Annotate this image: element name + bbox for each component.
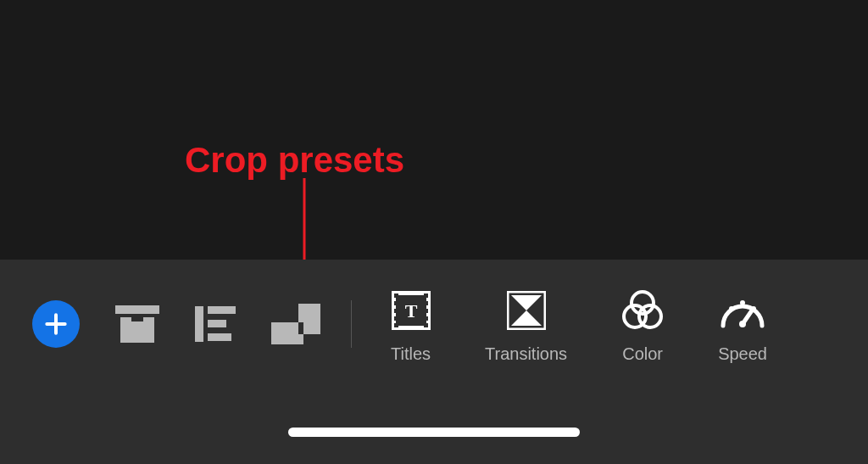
- plus-icon: [42, 310, 70, 338]
- svg-rect-18: [394, 323, 398, 327]
- titles-label: Titles: [391, 344, 431, 364]
- titles-button[interactable]: T Titles: [391, 290, 431, 364]
- svg-rect-17: [394, 316, 398, 321]
- add-button[interactable]: [32, 300, 80, 348]
- home-indicator[interactable]: [288, 428, 580, 437]
- svg-marker-27: [511, 310, 542, 326]
- speed-icon: [720, 292, 765, 329]
- transitions-button[interactable]: Transitions: [485, 290, 567, 364]
- svg-rect-5: [195, 306, 203, 342]
- svg-rect-6: [208, 306, 236, 314]
- timeline-button[interactable]: [195, 306, 236, 342]
- color-label: Color: [622, 344, 663, 364]
- timeline-icon: [195, 306, 236, 342]
- speed-label: Speed: [718, 344, 767, 364]
- svg-point-35: [739, 321, 746, 327]
- transitions-icon: [507, 291, 546, 330]
- titles-icon: T: [392, 291, 431, 330]
- transitions-label: Transitions: [485, 344, 567, 364]
- color-button[interactable]: Color: [621, 290, 664, 364]
- toolbar-divider: [351, 300, 352, 348]
- color-icon: [621, 289, 664, 332]
- svg-point-32: [740, 300, 745, 305]
- svg-rect-16: [394, 309, 398, 313]
- svg-rect-15: [394, 301, 398, 305]
- toolbar-right-group: T Titles Transitions: [391, 290, 767, 364]
- toolbar-left-group: [32, 300, 320, 348]
- svg-rect-4: [131, 317, 143, 321]
- speed-button[interactable]: Speed: [718, 290, 767, 364]
- svg-text:T: T: [404, 300, 417, 321]
- svg-rect-22: [424, 316, 428, 321]
- svg-rect-7: [208, 320, 226, 327]
- svg-point-31: [729, 306, 734, 311]
- svg-rect-8: [208, 333, 231, 341]
- crop-presets-icon: [271, 304, 320, 344]
- preview-area: [0, 0, 868, 260]
- svg-marker-26: [511, 295, 542, 310]
- crop-presets-button[interactable]: [271, 304, 320, 344]
- svg-rect-20: [424, 301, 428, 305]
- svg-rect-19: [424, 293, 428, 298]
- svg-rect-23: [424, 323, 428, 327]
- annotation-label: Crop presets: [185, 140, 404, 181]
- project-assets-button[interactable]: [115, 305, 159, 343]
- svg-rect-21: [424, 309, 428, 313]
- archive-icon: [115, 305, 159, 343]
- svg-rect-14: [394, 293, 398, 298]
- svg-rect-2: [115, 305, 159, 314]
- svg-rect-11: [298, 322, 303, 334]
